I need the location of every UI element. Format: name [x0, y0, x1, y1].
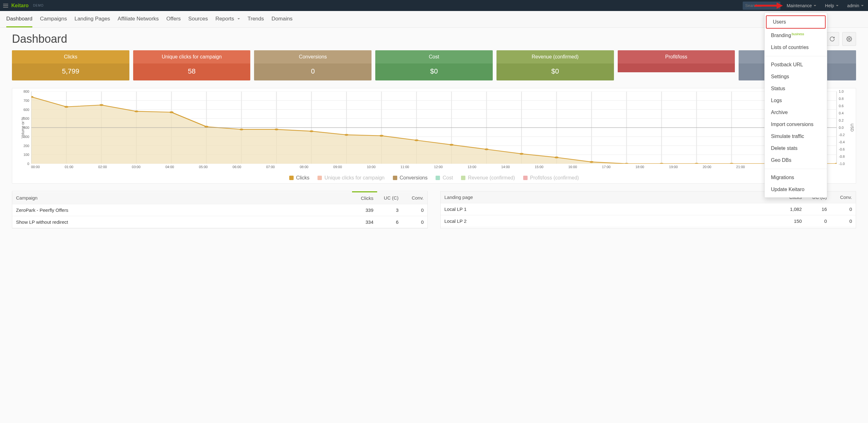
svg-point-39 — [134, 110, 138, 112]
dd-logs[interactable]: Logs — [765, 94, 827, 107]
refresh-icon — [829, 36, 835, 42]
topbar: Keitaro DEMO Maintenance Help admin — [0, 0, 868, 11]
card-conv-value: 0 — [254, 63, 372, 81]
legend-swatch-icon — [317, 176, 322, 180]
dropdown-separator — [765, 56, 827, 56]
svg-point-41 — [205, 126, 209, 128]
nav-reports-label: Reports — [215, 16, 234, 22]
dd-postback-url[interactable]: Postback URL — [765, 59, 827, 71]
y-axis-left: Volume or % 0100200300400500600700800 — [13, 91, 31, 164]
dd-settings[interactable]: Settings — [765, 71, 827, 83]
dd-branding[interactable]: Brandingbusiness — [765, 29, 827, 41]
svg-point-37 — [64, 106, 68, 108]
admin-menu[interactable]: admin — [843, 0, 868, 11]
nav-sources[interactable]: Sources — [188, 11, 208, 27]
card-revenue: Revenue (confirmed) $0 — [496, 50, 614, 81]
gear-icon — [846, 36, 852, 42]
nav-reports[interactable]: Reports — [215, 11, 240, 27]
card-cost-label: Cost — [375, 50, 493, 63]
admin-label: admin — [847, 3, 859, 8]
maintenance-dropdown: Users Brandingbusiness Lists of countrie… — [764, 12, 827, 198]
brand-mode: DEMO — [33, 4, 44, 7]
card-uc-label: Unique clicks for campaign — [133, 50, 251, 63]
dd-import-conversions[interactable]: Import conversions — [765, 118, 827, 131]
chart-container: Volume or % 0100200300400500600700800 US… — [12, 88, 856, 184]
card-cost-value: $0 — [375, 63, 493, 81]
legend-swatch-icon — [393, 176, 397, 180]
campaigns-table: Campaign Clicks UC (C) Conv. ZeroPark - … — [12, 191, 428, 228]
dd-geo-dbs[interactable]: Geo DBs — [765, 154, 827, 166]
svg-point-46 — [379, 135, 383, 137]
svg-point-51 — [555, 157, 559, 159]
dd-archive[interactable]: Archive — [765, 107, 827, 118]
svg-point-47 — [414, 139, 418, 141]
chevron-down-icon — [836, 5, 838, 6]
business-badge: business — [792, 32, 804, 36]
maintenance-menu[interactable]: Maintenance — [782, 0, 820, 11]
dd-update-keitaro[interactable]: Update Keitaro — [765, 184, 827, 195]
nav-landing-pages[interactable]: Landing Pages — [74, 11, 110, 27]
table-row[interactable]: Local LP 11,082160 — [441, 203, 856, 215]
svg-point-38 — [99, 104, 104, 106]
col-landing-page[interactable]: Landing page — [441, 191, 780, 203]
dd-lists-countries[interactable]: Lists of countries — [765, 41, 827, 53]
legend-swatch-icon — [523, 176, 528, 180]
dd-status[interactable]: Status — [765, 83, 827, 94]
table-row[interactable]: Show LP without redirect33460 — [12, 216, 427, 228]
chart-legend: Clicks Unique clicks for campaign Conver… — [13, 175, 855, 181]
svg-point-55 — [695, 163, 699, 164]
svg-point-53 — [625, 163, 629, 164]
search-input[interactable] — [743, 2, 780, 10]
page-title: Dashboard — [12, 32, 67, 46]
chevron-down-icon — [861, 5, 864, 6]
card-uc-value: 58 — [133, 63, 251, 81]
legend-profit-loss[interactable]: Profit/loss (confirmed) — [523, 175, 579, 181]
nav-offers[interactable]: Offers — [166, 11, 181, 27]
refresh-button[interactable] — [825, 32, 839, 46]
y-axis-right: USD -1.0-0.8-0.6-0.4-0.20.00.20.40.60.81… — [837, 91, 855, 164]
menu-icon[interactable] — [3, 4, 8, 7]
dd-delete-stats[interactable]: Delete stats — [765, 142, 827, 154]
svg-point-2 — [848, 38, 850, 40]
card-conversions: Conversions 0 — [254, 50, 372, 81]
nav-affiliate-networks[interactable]: Affiliate Networks — [118, 11, 159, 27]
legend-uc[interactable]: Unique clicks for campaign — [317, 175, 384, 181]
dd-simulate-traffic[interactable]: Simulate traffic — [765, 131, 827, 142]
search-container — [743, 2, 780, 10]
legend-swatch-icon — [436, 176, 440, 180]
col-conv[interactable]: Conv. — [402, 192, 427, 204]
nav-trends[interactable]: Trends — [247, 11, 264, 27]
x-axis-ticks: 00:0001:0002:0003:0004:0005:0006:0007:00… — [31, 165, 837, 169]
dd-migrations[interactable]: Migrations — [765, 172, 827, 184]
card-rev-label: Revenue (confirmed) — [496, 50, 614, 63]
table-row[interactable]: Local LP 215000 — [441, 215, 856, 227]
dd-users[interactable]: Users — [766, 16, 826, 29]
table-row[interactable]: ZeroPark - Peerfly Offers33930 — [12, 204, 427, 216]
chevron-down-icon — [238, 18, 240, 20]
card-unique-clicks: Unique clicks for campaign 58 — [133, 50, 251, 81]
nav-domains[interactable]: Domains — [272, 11, 293, 27]
legend-conversions[interactable]: Conversions — [393, 175, 428, 181]
svg-point-42 — [239, 129, 243, 131]
svg-point-48 — [450, 144, 454, 146]
legend-revenue[interactable]: Revenue (confirmed) — [461, 175, 515, 181]
help-menu[interactable]: Help — [820, 0, 843, 11]
card-clicks-value: 5,799 — [12, 63, 129, 81]
card-clicks-label: Clicks — [12, 50, 129, 63]
dropdown-separator — [765, 169, 827, 169]
col-clicks[interactable]: Clicks — [352, 192, 377, 204]
legend-cost[interactable]: Cost — [436, 175, 453, 181]
card-cost: Cost $0 — [375, 50, 493, 81]
svg-point-40 — [169, 111, 174, 113]
svg-point-54 — [659, 163, 663, 164]
col-conv[interactable]: Conv. — [831, 191, 856, 203]
svg-point-59 — [835, 163, 837, 164]
legend-swatch-icon — [289, 176, 293, 180]
settings-button[interactable] — [842, 32, 856, 46]
col-campaign[interactable]: Campaign — [12, 192, 352, 204]
brand-name: Keitaro — [11, 3, 29, 8]
nav-dashboard[interactable]: Dashboard — [6, 11, 32, 27]
legend-clicks[interactable]: Clicks — [289, 175, 310, 181]
col-uc[interactable]: UC (C) — [377, 192, 402, 204]
nav-campaigns[interactable]: Campaigns — [40, 11, 67, 27]
